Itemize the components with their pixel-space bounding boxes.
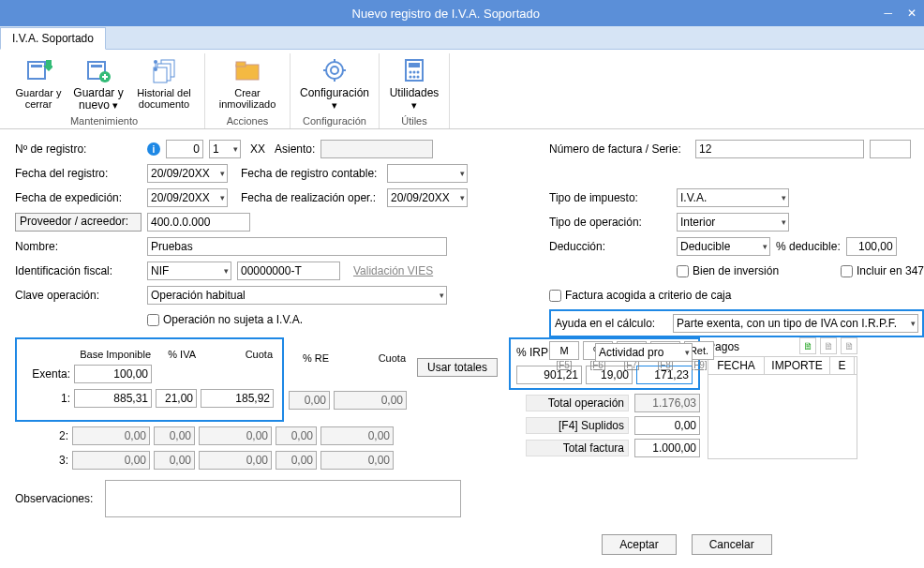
observaciones-textarea[interactable] (105, 480, 461, 517)
svg-point-22 (417, 71, 420, 74)
total-operacion (634, 394, 700, 412)
rate-m-button[interactable]: M (549, 341, 579, 360)
guardar-cerrar-button[interactable]: Guardar y cerrar (9, 53, 67, 113)
info-icon[interactable]: i (147, 142, 160, 156)
fecha-reg-contable-label: Fecha de registro contable: (241, 167, 381, 180)
bien-inversion-checkbox[interactable]: Bien de inversión (677, 264, 779, 277)
r2-cuota-input[interactable] (199, 426, 272, 445)
r1-cuota-input[interactable] (201, 389, 274, 408)
svg-point-20 (410, 71, 412, 74)
gear-icon (320, 55, 350, 85)
deduccion-select[interactable]: Deducible (677, 237, 770, 256)
irpf-actividad-select[interactable]: Actividad pro (595, 343, 693, 362)
fecha-realizacion-input[interactable]: 20/09/20XX (387, 188, 468, 207)
window-title: Nuevo registro de I.V.A. Soportado (7, 7, 884, 21)
exenta-base-input[interactable] (74, 365, 152, 383)
utilidades-button[interactable]: Utilidades▾ (385, 53, 443, 113)
r3-iva-input[interactable] (154, 451, 195, 470)
ayuda-label: Ayuda en el cálculo: (555, 317, 667, 330)
pct-deducible-label: % deducible: (776, 240, 841, 253)
num-registro-seq[interactable]: 1 (209, 140, 241, 158)
svg-point-12 (326, 62, 343, 79)
asiento-label: Asiento: (275, 142, 315, 156)
observaciones-label: Observaciones: (15, 492, 99, 505)
close-button[interactable]: ✕ (907, 7, 917, 20)
historial-button[interactable]: Historial del documento (129, 53, 199, 113)
tipo-impuesto-label: Tipo de impuesto: (549, 191, 671, 204)
svg-point-21 (413, 71, 416, 74)
folder-icon (232, 55, 262, 85)
svg-point-13 (331, 67, 338, 74)
tipo-operacion-label: Tipo de operación: (549, 216, 671, 229)
r3-re-input[interactable] (276, 451, 317, 470)
r1-cuota-re-input[interactable] (334, 391, 407, 410)
svg-rect-1 (31, 65, 42, 67)
svg-rect-19 (409, 63, 420, 67)
serie-input[interactable] (870, 140, 911, 158)
history-icon (149, 55, 179, 85)
total-suplidos[interactable] (634, 416, 700, 435)
total-factura[interactable] (634, 439, 700, 457)
r2-iva-input[interactable] (154, 426, 195, 445)
id-fiscal-input[interactable] (237, 262, 340, 280)
fecha-registro-input[interactable]: 20/09/20XX (147, 164, 228, 183)
num-registro-label: Nº de registro: (15, 142, 142, 156)
validacion-vies-link[interactable]: Validación VIES (353, 264, 433, 277)
aceptar-button[interactable]: Aceptar (602, 534, 676, 555)
crear-inmovilizado-button[interactable]: Crear inmovilizado (211, 53, 284, 113)
fecha-registro-label: Fecha del registro: (15, 167, 142, 180)
pct-deducible-input[interactable] (846, 237, 897, 256)
r3-base-input[interactable] (72, 451, 150, 470)
svg-point-9 (154, 67, 157, 71)
factura-caja-checkbox[interactable]: Factura acogida a criterio de caja (549, 289, 731, 302)
nombre-label: Nombre: (15, 240, 142, 253)
ayuda-select[interactable]: Parte exenta, con un tipo de IVA con I.R… (673, 314, 918, 333)
configuracion-button[interactable]: Configuración▾ (296, 53, 373, 113)
tipo-impuesto-select[interactable]: I.V.A. (677, 188, 789, 207)
id-fiscal-tipo-select[interactable]: NIF (147, 262, 231, 280)
r2-re-input[interactable] (276, 426, 317, 445)
r2-cuota-re-input[interactable] (320, 426, 394, 445)
num-factura-input[interactable] (695, 140, 864, 158)
r1-base-input[interactable] (74, 389, 152, 408)
save-close-icon (23, 55, 53, 85)
guardar-nuevo-button[interactable]: Guardar y nuevo ▾ (69, 53, 127, 113)
fecha-realizacion-label: Fecha de realización oper.: (241, 191, 381, 204)
num-factura-label: Número de factura / Serie: (549, 142, 690, 156)
fecha-expedicion-label: Fecha de expedición: (15, 191, 142, 204)
minimize-button[interactable]: ─ (884, 7, 892, 20)
fecha-reg-contable-input[interactable] (387, 164, 468, 183)
r1-re-input[interactable] (289, 391, 330, 410)
ribbon-group-configuracion: Configuración▾ Configuración (291, 53, 380, 128)
usar-totales-button[interactable]: Usar totales (417, 358, 498, 377)
nombre-input[interactable] (147, 237, 447, 256)
form-body: Nº de registro: i 1 XX Asiento: Fecha de… (0, 129, 924, 564)
base-grid-highlight: Base Imponible % IVA Cuota Exenta: 1: (15, 337, 284, 422)
totals: Total operación [F4] Suplidos Total fact… (509, 394, 700, 457)
tab-iva-soportado[interactable]: I.V.A. Soportado (0, 27, 106, 50)
pagos-grid[interactable]: FECHA IMPORTE E (708, 356, 857, 459)
clave-op-select[interactable]: Operación habitual (147, 286, 447, 305)
tipo-operacion-select[interactable]: Interior (677, 213, 789, 232)
r1-iva-input[interactable] (156, 389, 197, 408)
ribbon-group-mantenimiento: Guardar y cerrar Guardar y nuevo ▾ Histo… (4, 53, 205, 128)
incluir-347-checkbox[interactable]: Incluir en 347 (841, 264, 924, 277)
svg-rect-0 (28, 62, 45, 79)
asiento-input (320, 140, 433, 158)
xx-label: XX (250, 142, 265, 156)
r3-cuota-re-input[interactable] (320, 451, 394, 470)
proveedor-input[interactable] (147, 213, 250, 232)
ribbon: Guardar y cerrar Guardar y nuevo ▾ Histo… (0, 50, 924, 129)
num-registro-input[interactable] (166, 140, 203, 158)
ayuda-calculo-box: Ayuda en el cálculo: Parte exenta, con u… (549, 309, 924, 337)
svg-point-25 (417, 76, 420, 79)
cancelar-button[interactable]: Cancelar (692, 534, 772, 555)
op-no-sujeta-checkbox[interactable]: Operación no sujeta a I.V.A. (147, 313, 303, 326)
fecha-expedicion-input[interactable]: 20/09/20XX (147, 188, 228, 207)
id-fiscal-label: Identificación fiscal: (15, 264, 142, 277)
deduccion-label: Deducción: (549, 240, 671, 253)
clave-op-label: Clave operación: (15, 289, 142, 302)
r2-base-input[interactable] (72, 426, 150, 445)
r3-cuota-input[interactable] (199, 451, 272, 470)
proveedor-button[interactable]: Proveedor / acreedor: (15, 213, 142, 232)
